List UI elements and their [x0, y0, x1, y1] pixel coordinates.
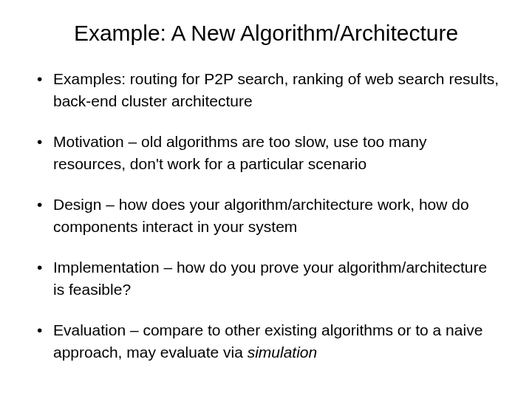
- slide: Example: A New Algorithm/Architecture Ex…: [0, 0, 532, 399]
- list-item: Implementation – how do you prove your a…: [33, 256, 499, 301]
- slide-title: Example: A New Algorithm/Architecture: [33, 21, 499, 46]
- list-item-emphasis: simulation: [248, 344, 318, 361]
- list-item: Motivation – old algorithms are too slow…: [33, 131, 499, 176]
- list-item: Evaluation – compare to other existing a…: [33, 319, 499, 364]
- list-item: Examples: routing for P2P search, rankin…: [33, 68, 499, 113]
- list-item: Design – how does your algorithm/archite…: [33, 194, 499, 239]
- bullet-list: Examples: routing for P2P search, rankin…: [33, 68, 499, 364]
